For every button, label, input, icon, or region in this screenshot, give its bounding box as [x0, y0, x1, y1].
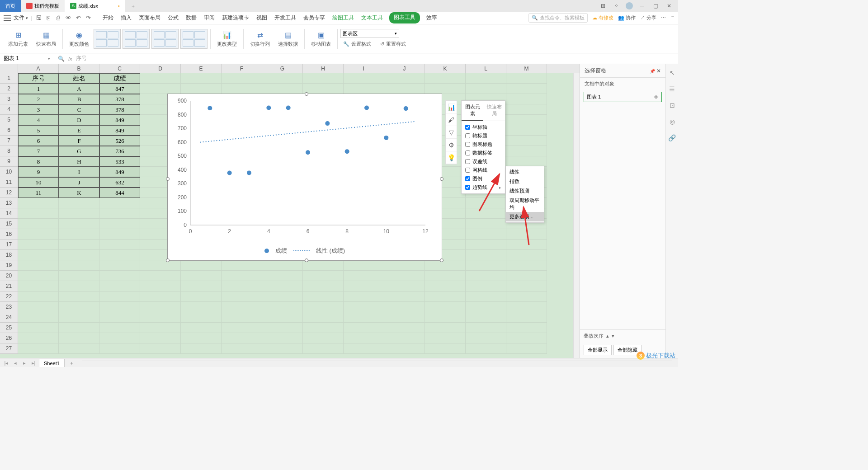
cell-M2[interactable] — [506, 84, 547, 94]
chart-elem-check-6[interactable] — [465, 176, 470, 181]
cell-B16[interactable] — [59, 229, 99, 240]
cell-M20[interactable] — [506, 271, 547, 281]
menu-tab-4[interactable]: 数据 — [185, 12, 198, 24]
cell-F22[interactable] — [222, 291, 262, 302]
row-header-21[interactable]: 21 — [0, 281, 18, 291]
trend-option-0[interactable]: 线性 — [506, 167, 544, 177]
cell-M7[interactable] — [506, 136, 547, 146]
cell-B24[interactable] — [59, 312, 99, 323]
cell-M18[interactable] — [506, 250, 547, 260]
row-header-5[interactable]: 5 — [0, 115, 18, 125]
cell-B20[interactable] — [59, 271, 99, 281]
cell-C5[interactable]: 849 — [99, 115, 140, 125]
cell-K1[interactable] — [425, 73, 466, 84]
cell-A4[interactable]: 3 — [18, 104, 59, 115]
col-header-G[interactable]: G — [262, 64, 303, 73]
cell-L13[interactable] — [466, 198, 506, 208]
location-icon[interactable]: ◎ — [668, 118, 676, 126]
row-header-19[interactable]: 19 — [0, 260, 18, 271]
menu-tab-2[interactable]: 页面布局 — [138, 12, 161, 24]
cell-A23[interactable] — [18, 302, 59, 312]
menu-tab-6[interactable]: 新建选项卡 — [221, 12, 250, 24]
cell-B5[interactable]: D — [59, 115, 99, 125]
cell-A25[interactable] — [18, 323, 59, 333]
chart-elem-1[interactable]: 轴标题 — [462, 132, 505, 140]
chart-elem-5[interactable]: 网格线 — [462, 166, 505, 174]
cell-G26[interactable] — [262, 333, 303, 343]
cell-I2[interactable] — [344, 84, 384, 94]
menu-tab-10[interactable]: 绘图工具 — [331, 12, 355, 24]
cell-A20[interactable] — [18, 271, 59, 281]
cell-H25[interactable] — [303, 323, 344, 333]
cell-C13[interactable] — [99, 198, 140, 208]
cell-D2[interactable] — [140, 84, 181, 94]
cell-H24[interactable] — [303, 312, 344, 323]
cell-E26[interactable] — [181, 333, 222, 343]
cell-A9[interactable]: 8 — [18, 156, 59, 167]
cell-G22[interactable] — [262, 291, 303, 302]
print-icon[interactable]: ⎙ — [55, 14, 62, 22]
row-header-4[interactable]: 4 — [0, 104, 18, 115]
cell-M26[interactable] — [506, 333, 547, 343]
cell-H1[interactable] — [303, 73, 344, 84]
cell-B13[interactable] — [59, 198, 99, 208]
cell-F24[interactable] — [222, 312, 262, 323]
cell-I27[interactable] — [344, 343, 384, 354]
cell-L19[interactable] — [466, 260, 506, 271]
col-header-H[interactable]: H — [303, 64, 344, 73]
row-header-20[interactable]: 20 — [0, 271, 18, 281]
cell-L17[interactable] — [466, 240, 506, 250]
cell-B14[interactable] — [59, 208, 99, 219]
row-header-2[interactable]: 2 — [0, 84, 18, 94]
trend-option-1[interactable]: 指数 — [506, 177, 544, 186]
cell-I20[interactable] — [344, 271, 384, 281]
cell-A26[interactable] — [18, 333, 59, 343]
cell-I1[interactable] — [344, 73, 384, 84]
cell-G24[interactable] — [262, 312, 303, 323]
cell-F19[interactable] — [222, 260, 262, 271]
cell-C8[interactable]: 736 — [99, 146, 140, 156]
cell-M24[interactable] — [506, 312, 547, 323]
cell-B1[interactable]: 姓名 — [59, 73, 99, 84]
cell-L26[interactable] — [466, 333, 506, 343]
cell-L14[interactable] — [466, 208, 506, 219]
cell-A10[interactable]: 9 — [18, 167, 59, 177]
row-header-24[interactable]: 24 — [0, 312, 18, 323]
cell-H20[interactable] — [303, 271, 344, 281]
cell-A19[interactable] — [18, 260, 59, 271]
maximize-button[interactable]: ▢ — [651, 1, 660, 10]
row-header-27[interactable]: 27 — [0, 343, 18, 354]
chart-elem-check-2[interactable] — [465, 142, 470, 147]
menu-tab-12[interactable]: 图表工具 — [389, 12, 420, 24]
cell-B25[interactable] — [59, 323, 99, 333]
row-header-25[interactable]: 25 — [0, 323, 18, 333]
eye-icon[interactable]: 👁 — [654, 94, 659, 100]
cell-J20[interactable] — [384, 271, 425, 281]
cell-M17[interactable] — [506, 240, 547, 250]
cell-K25[interactable] — [425, 323, 466, 333]
cell-J24[interactable] — [384, 312, 425, 323]
cell-C4[interactable]: 378 — [99, 104, 140, 115]
chart-elem-3[interactable]: 数据标签 — [462, 149, 505, 157]
row-header-22[interactable]: 22 — [0, 291, 18, 302]
cell-I22[interactable] — [344, 291, 384, 302]
add-element-button[interactable]: ⊞添加元素 — [5, 25, 32, 52]
col-header-E[interactable]: E — [181, 64, 222, 73]
cell-B9[interactable]: H — [59, 156, 99, 167]
cell-C7[interactable]: 526 — [99, 136, 140, 146]
cell-A2[interactable]: 1 — [18, 84, 59, 94]
select-tool-icon[interactable]: ↖ — [668, 69, 676, 77]
menu-tab-3[interactable]: 公式 — [167, 12, 179, 24]
trend-option-3[interactable]: 双周期移动平均 — [506, 196, 544, 212]
cell-K20[interactable] — [425, 271, 466, 281]
hamburger-icon[interactable] — [4, 15, 11, 21]
close-button[interactable]: ✕ — [665, 1, 674, 10]
style-thumb-4[interactable] — [180, 29, 208, 49]
cell-M27[interactable] — [506, 343, 547, 354]
cell-E1[interactable] — [181, 73, 222, 84]
set-format-button[interactable]: 🔧 设置格式 — [340, 40, 374, 48]
row-header-14[interactable]: 14 — [0, 208, 18, 219]
cell-F26[interactable] — [222, 333, 262, 343]
cell-H2[interactable] — [303, 84, 344, 94]
cell-E24[interactable] — [181, 312, 222, 323]
